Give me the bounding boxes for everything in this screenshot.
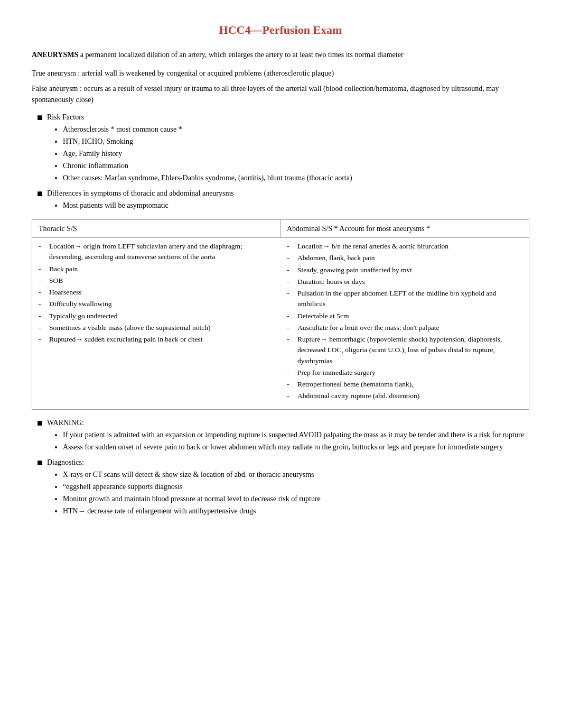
dash-icon: - [287,334,295,345]
aneurysm-definition: ANEURYSMS a permanent localized dilation… [32,49,529,60]
aneurysm-def-text: a permanent localized dilation of an art… [78,51,403,59]
dash-icon: - [287,253,295,263]
risk-factors-content: Risk Factors Atherosclerosis * most comm… [47,112,529,185]
table-col1-body: - Location→ origin from LEFT subclavian … [32,238,280,409]
diag-item-2: Monitor growth and maintain blood pressu… [63,495,321,503]
risk-item-2: Age, Family history [63,150,122,158]
col2-item-5: Detectable at 5cm [297,311,522,321]
table-row: - Hoarseness [39,287,274,298]
bullet-icon: ■ [37,456,43,470]
col1-list: - Location→ origin from LEFT subclavian … [39,241,274,345]
bullet-icon: ■ [37,187,43,201]
col1-item-0: Location→ origin from LEFT subclavian ar… [49,241,274,263]
risk-factors-list: Atherosclerosis * most common cause * HT… [47,124,529,183]
col2-item-3: Duration: hours or days [297,277,522,287]
dash-icon: - [39,311,47,321]
col1-item-6: Sometimes a visible mass (above the supr… [49,322,274,333]
list-item: Chronic inflammation [63,160,529,171]
dash-icon: - [287,379,295,390]
col2-item-6: Auscultate for a bruit over the mass; do… [297,322,522,333]
list-item: If your patient is admitted with an expa… [63,429,529,440]
dash-icon: - [39,287,47,298]
differences-sub-list: Most patients will be asymptomatic [47,200,529,211]
table-row: - Typically go undetected [39,311,274,321]
dash-icon: - [39,241,47,252]
list-item: Assess for sudden onset of severe pain t… [63,441,529,453]
col2-item-9: Retroperitoneal heme (hematoma flank), [297,379,522,390]
table-col2-header: Abdominal S/S * Account for most aneurys… [280,220,529,238]
dash-icon: - [287,311,295,321]
table-row: - Difficulty swallowing [39,299,274,309]
page-title: HCC4—Perfusion Exam [32,21,529,39]
col2-item-10: Abdominal cavity rupture (abd. distentio… [297,391,522,401]
col1-item-3: Hoarseness [49,287,274,298]
diagnostics-content: Diagnostics: X-rays or CT scans will det… [47,457,529,518]
table-row: - Retroperitoneal heme (hematoma flank), [287,379,522,390]
risk-item-4: Other causes: Marfan syndrome, Ehlers-Da… [63,174,352,182]
list-item: Atherosclerosis * most common cause * [63,124,529,135]
diag-item-0: X-rays or CT scans will detect & show si… [63,471,314,478]
list-item: Age, Family history [63,148,529,159]
table-row: - Abdominal cavity rupture (abd. distent… [287,391,522,401]
list-item: Monitor growth and maintain blood pressu… [63,493,529,504]
list-item: HTN, HCHO, Smoking [63,136,529,147]
table-col1-header: Thoracic S/S [32,220,280,238]
table-col2-body: - Location→ b/n the renal arteries & aor… [280,238,529,409]
dash-icon: - [287,367,295,378]
table-row: - Auscultate for a bruit over the mass; … [287,322,522,333]
table-row: - Prep for immediate surgery [287,367,522,378]
diagnostics-list: X-rays or CT scans will detect & show si… [47,469,529,517]
list-item: HTN→ decrease rate of enlargement with a… [63,505,529,517]
dash-icon: - [287,322,295,333]
table-row: - Location→ b/n the renal arteries & aor… [287,241,522,252]
list-item: “eggshell appearance supports diagnosis [63,481,529,492]
dash-icon: - [287,265,295,275]
dash-icon: - [39,322,47,333]
differences-sub-0: Most patients will be asymptomatic [63,201,169,209]
diagnostics-item: ■ Diagnostics: X-rays or CT scans will d… [37,457,529,518]
diagnostics-label: Diagnostics: [47,458,84,466]
dash-icon: - [39,299,47,309]
table-row: - SOB [39,275,274,286]
dash-icon: - [287,288,295,299]
dash-icon: - [39,264,47,274]
bottom-list: ■ WARNING: If your patient is admitted w… [32,417,529,518]
risk-factors-item: ■ Risk Factors Atherosclerosis * most co… [37,112,529,185]
aneurysm-title: ANEURYSMS [32,51,78,59]
true-aneurysm-section: True aneurysm : arterial wall is weakene… [32,68,529,105]
table-row: - Back pain [39,264,274,274]
aneurysm-table: Thoracic S/S Abdominal S/S * Account for… [32,219,529,410]
diag-item-1: “eggshell appearance supports diagnosis [63,483,183,491]
table-row: - Location→ origin from LEFT subclavian … [39,241,274,263]
dash-icon: - [287,277,295,287]
dash-icon: - [39,275,47,286]
table-row: - Sometimes a visible mass (above the su… [39,322,274,333]
col2-item-2: Steady, gnawing pain unaffected by mvt [297,265,522,275]
risk-item-1: HTN, HCHO, Smoking [63,137,133,145]
col1-item-1: Back pain [49,264,274,274]
dash-icon: - [287,241,295,252]
warning-item-0: If your patient is admitted with an expa… [63,431,524,439]
table-grid: Thoracic S/S Abdominal S/S * Account for… [32,220,529,409]
col1-item-4: Difficulty swallowing [49,299,274,309]
dash-icon: - [39,334,47,345]
table-row: - Pulsation in the upper abdomen LEFT of… [287,288,522,310]
table-row: - Duration: hours or days [287,277,522,287]
list-item: X-rays or CT scans will detect & show si… [63,469,529,480]
list-item: Most patients will be asymptomatic [63,200,529,211]
col2-item-7: Rupture→ hemorrhagic (hypovolemic shock)… [297,334,522,366]
warning-item: ■ WARNING: If your patient is admitted w… [37,417,529,454]
true-aneurysm-text: True aneurysm : arterial wall is weakene… [32,68,529,79]
list-item: Other causes: Marfan syndrome, Ehlers-Da… [63,172,529,183]
col2-item-1: Abdomen, flank, back pain [297,253,522,263]
risk-item-0: Atherosclerosis * most common cause * [63,125,182,133]
table-row: - Rupture→ hemorrhagic (hypovolemic shoc… [287,334,522,366]
risk-item-3: Chronic inflammation [63,162,128,170]
col2-item-8: Prep for immediate surgery [297,367,522,378]
warning-label: WARNING: [47,419,84,427]
bullet-icon: ■ [37,416,43,430]
differences-label: Differences in symptoms of thoracic and … [47,189,234,197]
main-list: ■ Risk Factors Atherosclerosis * most co… [32,112,529,212]
dash-icon: - [287,391,295,401]
col2-item-0: Location→ b/n the renal arteries & aorti… [297,241,522,252]
